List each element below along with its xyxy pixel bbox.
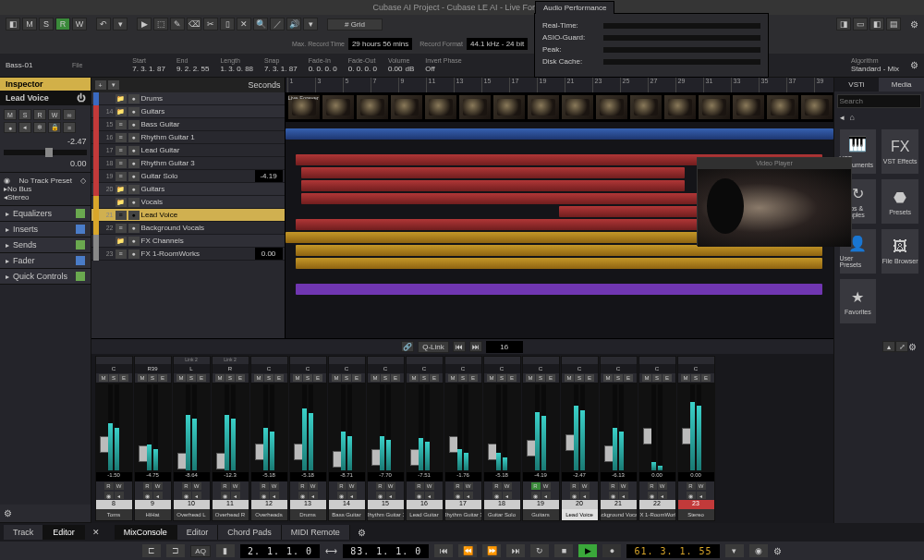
mixer-channel[interactable]: C MSE -7.51 RW ◉◂ 16 Lead Guitar <box>406 356 444 521</box>
mixer-channel[interactable]: C MSE -7.70 RW ◉◂ 15 Rhythm Guitar 1 <box>367 356 405 521</box>
length-value[interactable]: 1. 3. 0. 88 <box>220 65 253 73</box>
tab-editor-2[interactable]: Editor <box>177 525 219 540</box>
mixer-expand-button[interactable]: ⤢ <box>895 341 908 352</box>
lower-zone-settings-icon[interactable]: ⚙ <box>358 528 366 538</box>
track-row[interactable]: 14📁●Guitars <box>91 105 285 118</box>
next-button[interactable]: ⏩ <box>482 544 501 557</box>
inspector-section-sends[interactable]: ▸Sends <box>0 237 91 253</box>
mixer-channel[interactable]: C MSE 0.00 RW ◉◂ 22 FX 1-RoomWork <box>638 356 676 521</box>
glue-tool[interactable]: ▯ <box>220 18 235 30</box>
media-tile-favorites[interactable]: ★Favorites <box>840 279 877 323</box>
track-row[interactable]: 📁●FX Channels <box>91 235 285 248</box>
mixer-channel[interactable]: C MSE -4.19 RW ◉◂ 19 Guitars <box>522 356 560 521</box>
track-row[interactable]: 16≡●Rhythm Guitar 1 <box>91 131 285 144</box>
next-page-button[interactable]: ⏭ <box>469 341 482 352</box>
time-format-select[interactable]: Seconds <box>248 80 280 90</box>
rewind-button[interactable]: ⏮ <box>434 544 453 557</box>
input-bus[interactable]: No Bus <box>7 185 31 193</box>
loop-button[interactable]: ∞ <box>63 109 76 120</box>
add-track-button[interactable]: + <box>95 80 106 90</box>
end-value[interactable]: 9. 2. 2. 55 <box>176 65 210 73</box>
mixer-channel[interactable]: C MSE -6.13 RW ◉◂ 21 Background Vocals <box>600 356 638 521</box>
mixer-channel[interactable]: Link 2 R MSE -12.3 RW ◉◂ 11 Overhead R <box>212 356 249 521</box>
close-tab-icon[interactable]: ✕ <box>92 528 100 537</box>
mixer-settings-icon[interactable]: ⚙ <box>908 342 917 352</box>
mixer-channel[interactable]: C MSE -1.76 RW ◉◂ 17 Rhythm Guitar 3 <box>444 356 482 521</box>
power-icon[interactable]: ⏻ <box>77 93 85 103</box>
audio-clip[interactable] <box>296 258 821 269</box>
media-tile-presets[interactable]: ⬣Presets <box>881 179 918 224</box>
inspector-tab[interactable]: Inspector <box>0 78 91 91</box>
right-locator[interactable]: 83. 1. 1. 0 <box>343 544 429 558</box>
track-filter-button[interactable]: ▾ <box>108 80 119 90</box>
track-row[interactable]: 📁●Vocals <box>91 196 285 209</box>
invert-value[interactable]: Off <box>425 65 461 73</box>
inspector-track-name[interactable]: Lead Voice <box>6 93 49 103</box>
aq-button[interactable]: AQ <box>190 545 211 557</box>
mute-button[interactable]: M <box>4 109 17 120</box>
tab-mixconsole[interactable]: MixConsole <box>115 525 177 540</box>
range-tool[interactable]: ⬚ <box>153 18 168 30</box>
track-row[interactable]: 17≡●Lead Guitar <box>91 144 285 157</box>
mixer-channel[interactable]: C MSE -5.18 RW ◉◂ 18 Guitar Solo <box>483 356 521 521</box>
forward-button[interactable]: ⏭ <box>506 544 525 557</box>
volume-slider[interactable] <box>4 150 87 155</box>
channel-count[interactable]: 16 <box>486 341 523 353</box>
primary-time-display[interactable]: 61. 3. 1. 55 <box>626 544 719 558</box>
layout-button-3[interactable]: ◧ <box>869 18 884 30</box>
toggle-channel-button[interactable]: ◧ <box>6 18 20 30</box>
track-row[interactable]: 22≡●Background Vocals <box>91 222 285 235</box>
home-icon[interactable]: ⌂ <box>850 113 855 122</box>
stop-button[interactable]: ■ <box>554 544 573 557</box>
inspector-section-equalizers[interactable]: ▸Equalizers <box>0 206 91 222</box>
tab-chord-pads[interactable]: Chord Pads <box>218 525 282 540</box>
solo-button[interactable]: S <box>18 109 31 120</box>
split-tool[interactable]: ✂ <box>203 18 218 30</box>
algo-value[interactable]: Standard - Mix <box>851 65 899 73</box>
track-row[interactable]: 18≡●Rhythm Guitar 3 <box>91 157 285 170</box>
punch-in-button[interactable]: ⊏ <box>142 544 161 557</box>
volume-value[interactable]: 0.00 <box>388 65 403 73</box>
prev-button[interactable]: ⏪ <box>458 544 477 557</box>
track-row[interactable]: 📁●Drums <box>91 92 285 105</box>
undo-button[interactable]: ↶ <box>96 18 111 30</box>
track-preset[interactable]: No Track Preset <box>19 177 72 185</box>
info-settings-icon[interactable]: ⚙ <box>910 60 918 70</box>
start-value[interactable]: 7. 3. 1. 87 <box>132 65 165 73</box>
prev-page-button[interactable]: ⏮ <box>453 341 466 352</box>
inspector-section-quick-controls[interactable]: ▸Quick Controls <box>0 269 91 285</box>
mixer-channel[interactable]: C MSE -2.47 RW ◉◂ 20 Lead Voice <box>561 356 599 521</box>
audio-clip[interactable] <box>296 284 821 295</box>
marker-button[interactable]: ▾ <box>725 544 744 557</box>
tab-media[interactable]: Media <box>879 78 924 91</box>
mixer-channel[interactable]: C MSE -5.18 RW ◉◂ 13 Drums <box>289 356 327 521</box>
mixer-channel[interactable]: Link 2 L MSE -8.64 RW ◉◂ 10 Overhead L <box>173 356 211 521</box>
layout-button-4[interactable]: ▤ <box>886 18 901 30</box>
write-automation-button[interactable]: W <box>72 18 87 30</box>
audio-clip[interactable] <box>301 167 685 178</box>
mixer-channel[interactable]: R39 MSE -4.75 RW ◉◂ 9 HiHat <box>134 356 172 521</box>
media-tile-file-browser[interactable]: 🖼File Browser <box>881 229 918 274</box>
draw-tool[interactable]: ✎ <box>170 18 185 30</box>
snap-grid-select[interactable]: # Grid <box>327 18 383 30</box>
track-row[interactable]: 15≡●Bass Guitar <box>91 118 285 131</box>
inspector-settings-icon[interactable]: ⚙ <box>4 508 12 518</box>
transport-settings-icon[interactable]: ⚙ <box>773 546 782 556</box>
freeze-button[interactable]: ❄ <box>33 122 46 133</box>
track-row[interactable]: 19≡●Guitar Solo-4.19 <box>91 170 285 183</box>
inspector-volume[interactable]: -2.47 <box>67 137 87 146</box>
settings-icon[interactable]: ⚙ <box>910 19 918 30</box>
layout-button-2[interactable]: ▭ <box>853 18 868 30</box>
mixer-up-button[interactable]: ▴ <box>882 341 895 352</box>
record-enable-button[interactable]: ● <box>4 122 17 133</box>
snap-value[interactable]: 7. 3. 1. 87 <box>264 65 298 73</box>
tab-track[interactable]: Track <box>4 525 43 540</box>
video-player-window[interactable]: Video Player <box>697 157 852 246</box>
color-tool[interactable]: ▾ <box>303 18 318 30</box>
qlink-button[interactable]: Q-Link <box>418 341 449 353</box>
locator-button[interactable]: ▮ <box>216 544 235 557</box>
play-button[interactable]: ▶ <box>578 544 597 557</box>
output-bus[interactable]: Stereo <box>7 193 30 201</box>
timeline-ruler[interactable]: 135791113151719212325272931333537391:10 <box>286 78 833 92</box>
solo-all-button[interactable]: S <box>39 18 54 30</box>
